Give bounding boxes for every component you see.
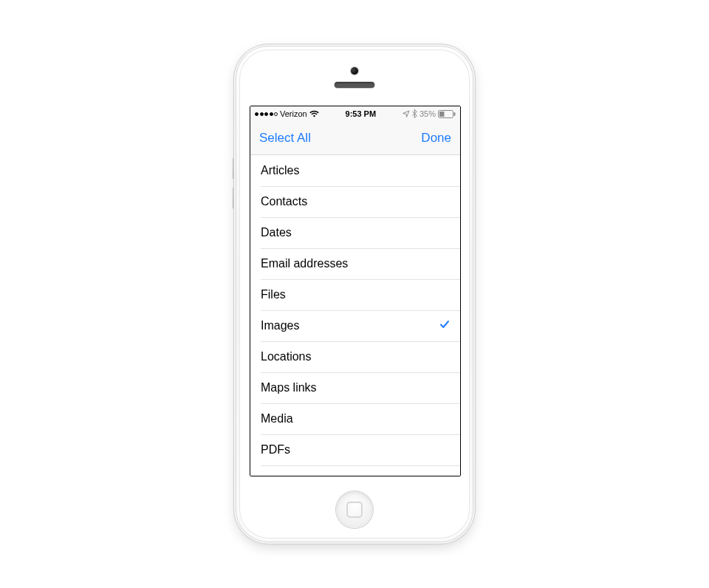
signal-dot-icon bbox=[274, 112, 278, 116]
bluetooth-icon bbox=[412, 109, 417, 118]
nav-bar: Select All Done bbox=[250, 122, 460, 155]
list-item[interactable]: Locations bbox=[250, 341, 460, 372]
list-item[interactable]: Media bbox=[250, 403, 460, 434]
list-item[interactable]: Articles bbox=[250, 155, 460, 186]
select-all-button[interactable]: Select All bbox=[259, 131, 311, 146]
signal-dot-icon bbox=[255, 112, 258, 116]
checkmark-icon bbox=[439, 319, 450, 332]
list-item-label: Files bbox=[261, 288, 450, 301]
list-item[interactable]: Maps links bbox=[250, 372, 460, 403]
list-item[interactable]: Email addresses bbox=[250, 248, 460, 279]
status-time: 9:53 PM bbox=[319, 109, 403, 118]
list-item-label: Email addresses bbox=[261, 257, 450, 270]
list-item-label: Phone numbers bbox=[261, 474, 450, 476]
list-item-label: Images bbox=[261, 319, 439, 332]
list-item[interactable]: Contacts bbox=[250, 186, 460, 217]
options-list[interactable]: ArticlesContactsDatesEmail addressesFile… bbox=[250, 155, 460, 476]
front-camera-icon bbox=[351, 67, 358, 75]
signal-strength-icon bbox=[255, 112, 278, 116]
svg-rect-2 bbox=[439, 112, 445, 117]
status-bar: Verizon 9:53 PM bbox=[250, 106, 460, 122]
earpiece-icon bbox=[335, 82, 374, 88]
svg-rect-1 bbox=[454, 112, 456, 116]
home-button[interactable] bbox=[336, 491, 373, 528]
status-left: Verizon bbox=[255, 109, 319, 118]
list-item[interactable]: Images bbox=[250, 310, 460, 341]
list-item[interactable]: Phone numbers bbox=[250, 465, 460, 476]
signal-dot-icon bbox=[264, 112, 268, 116]
stage: Verizon 9:53 PM bbox=[0, 0, 709, 588]
battery-percent: 35% bbox=[419, 109, 436, 118]
status-right: 35% bbox=[403, 109, 456, 118]
location-services-icon bbox=[403, 110, 410, 117]
list-item-label: Dates bbox=[261, 226, 450, 239]
signal-dot-icon bbox=[270, 112, 273, 116]
carrier-label: Verizon bbox=[280, 109, 307, 118]
list-item-label: Contacts bbox=[261, 195, 450, 208]
list-item[interactable]: Files bbox=[250, 279, 460, 310]
list-item-label: PDFs bbox=[261, 443, 450, 457]
battery-icon bbox=[438, 110, 456, 118]
phone-frame: Verizon 9:53 PM bbox=[236, 47, 473, 541]
list-item[interactable]: PDFs bbox=[250, 434, 460, 465]
wifi-icon bbox=[309, 110, 319, 117]
list-item-label: Maps links bbox=[261, 381, 450, 394]
list-item[interactable]: Dates bbox=[250, 217, 460, 248]
screen: Verizon 9:53 PM bbox=[250, 106, 461, 476]
signal-dot-icon bbox=[260, 112, 264, 116]
list-item-label: Locations bbox=[261, 350, 450, 363]
list-item-label: Media bbox=[261, 412, 450, 425]
list-item-label: Articles bbox=[261, 164, 450, 177]
done-button[interactable]: Done bbox=[421, 131, 451, 146]
